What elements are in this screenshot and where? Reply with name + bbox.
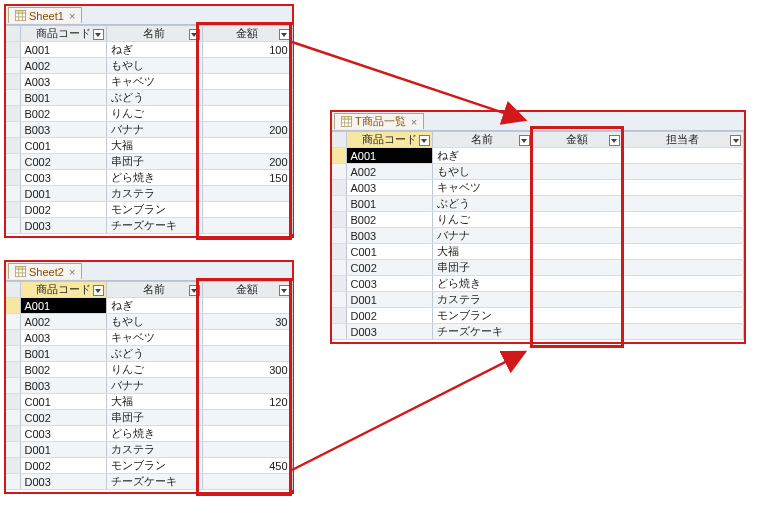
- cell-name[interactable]: カステラ: [106, 186, 202, 202]
- table-row[interactable]: D003チーズケーキ: [332, 324, 744, 340]
- table-row[interactable]: C001大福: [6, 138, 292, 154]
- cell-amount[interactable]: [202, 106, 292, 122]
- row-selector[interactable]: [332, 228, 346, 244]
- chevron-down-icon[interactable]: [93, 285, 104, 296]
- row-selector[interactable]: [6, 474, 20, 490]
- table-row[interactable]: B002りんご: [332, 212, 744, 228]
- row-selector[interactable]: [6, 186, 20, 202]
- table-row[interactable]: D002モンブラン450: [6, 458, 292, 474]
- table-row[interactable]: A003キャベツ: [332, 180, 744, 196]
- close-icon[interactable]: ×: [69, 10, 75, 22]
- cell-code[interactable]: D003: [346, 324, 432, 340]
- row-selector[interactable]: [6, 106, 20, 122]
- cell-rep[interactable]: [622, 260, 744, 276]
- cell-code[interactable]: D001: [20, 186, 106, 202]
- table-row[interactable]: B003バナナ: [6, 378, 292, 394]
- row-selector[interactable]: [6, 442, 20, 458]
- cell-amount[interactable]: [202, 378, 292, 394]
- chevron-down-icon[interactable]: [279, 285, 290, 296]
- cell-amount[interactable]: 200: [202, 122, 292, 138]
- table-row[interactable]: D001カステラ: [6, 442, 292, 458]
- table-row[interactable]: A003キャベツ: [6, 74, 292, 90]
- cell-rep[interactable]: [622, 276, 744, 292]
- row-selector[interactable]: [6, 154, 20, 170]
- close-icon[interactable]: ×: [69, 266, 75, 278]
- cell-rep[interactable]: [622, 228, 744, 244]
- table-row[interactable]: C003どら焼き: [332, 276, 744, 292]
- cell-code[interactable]: A002: [346, 164, 432, 180]
- cell-name[interactable]: カステラ: [432, 292, 532, 308]
- cell-name[interactable]: キャベツ: [106, 330, 202, 346]
- grid-target[interactable]: 商品コード 名前 金額 担当者 A001ねぎA002もやしA003キャベツB00…: [332, 131, 744, 340]
- cell-name[interactable]: 大福: [106, 394, 202, 410]
- cell-name[interactable]: もやし: [432, 164, 532, 180]
- table-row[interactable]: B001ぶどう: [6, 90, 292, 106]
- cell-rep[interactable]: [622, 180, 744, 196]
- cell-code[interactable]: A003: [346, 180, 432, 196]
- row-selector[interactable]: [6, 42, 20, 58]
- row-selector[interactable]: [6, 314, 20, 330]
- cell-amount[interactable]: [532, 244, 622, 260]
- cell-code[interactable]: B002: [20, 106, 106, 122]
- row-selector[interactable]: [6, 58, 20, 74]
- table-row[interactable]: B003バナナ: [332, 228, 744, 244]
- cell-code[interactable]: B002: [346, 212, 432, 228]
- cell-code[interactable]: A001: [346, 148, 432, 164]
- row-selector[interactable]: [6, 218, 20, 234]
- chevron-down-icon[interactable]: [609, 135, 620, 146]
- row-selector[interactable]: [332, 196, 346, 212]
- row-selector[interactable]: [6, 170, 20, 186]
- table-row[interactable]: A001ねぎ100: [6, 42, 292, 58]
- col-header-name[interactable]: 名前: [106, 26, 202, 42]
- cell-name[interactable]: ぶどう: [106, 346, 202, 362]
- chevron-down-icon[interactable]: [93, 29, 104, 40]
- cell-name[interactable]: 串団子: [432, 260, 532, 276]
- row-selector[interactable]: [6, 74, 20, 90]
- cell-code[interactable]: B001: [20, 346, 106, 362]
- cell-code[interactable]: C002: [346, 260, 432, 276]
- row-selector[interactable]: [6, 458, 20, 474]
- col-header-amount[interactable]: 金額: [202, 26, 292, 42]
- cell-code[interactable]: D001: [20, 442, 106, 458]
- grid-sheet2[interactable]: 商品コード 名前 金額 A001ねぎA002もやし30A003キャベツB001ぶ…: [6, 281, 293, 490]
- table-row[interactable]: A002もやし: [6, 58, 292, 74]
- row-selector-header[interactable]: [332, 132, 346, 148]
- cell-amount[interactable]: [532, 196, 622, 212]
- row-selector[interactable]: [332, 276, 346, 292]
- row-selector[interactable]: [332, 308, 346, 324]
- cell-name[interactable]: チーズケーキ: [106, 474, 202, 490]
- cell-name[interactable]: ぶどう: [432, 196, 532, 212]
- tab-sheet1[interactable]: Sheet1 ×: [8, 7, 82, 23]
- table-row[interactable]: C001大福120: [6, 394, 292, 410]
- table-row[interactable]: B003バナナ200: [6, 122, 292, 138]
- cell-amount[interactable]: [532, 292, 622, 308]
- cell-rep[interactable]: [622, 196, 744, 212]
- table-row[interactable]: D001カステラ: [332, 292, 744, 308]
- table-row[interactable]: A001ねぎ: [332, 148, 744, 164]
- cell-amount[interactable]: [532, 180, 622, 196]
- cell-code[interactable]: C003: [20, 170, 106, 186]
- cell-rep[interactable]: [622, 292, 744, 308]
- cell-code[interactable]: C002: [20, 410, 106, 426]
- table-row[interactable]: D002モンブラン: [332, 308, 744, 324]
- table-row[interactable]: D003チーズケーキ: [6, 474, 292, 490]
- cell-code[interactable]: C003: [20, 426, 106, 442]
- row-selector[interactable]: [6, 346, 20, 362]
- table-row[interactable]: A002もやし30: [6, 314, 292, 330]
- cell-name[interactable]: りんご: [106, 106, 202, 122]
- cell-name[interactable]: キャベツ: [432, 180, 532, 196]
- cell-code[interactable]: A003: [20, 74, 106, 90]
- row-selector[interactable]: [6, 330, 20, 346]
- table-row[interactable]: C002串団子: [6, 410, 292, 426]
- row-selector[interactable]: [332, 180, 346, 196]
- cell-amount[interactable]: [532, 324, 622, 340]
- cell-code[interactable]: A002: [20, 58, 106, 74]
- cell-amount[interactable]: [202, 426, 292, 442]
- cell-amount[interactable]: [532, 164, 622, 180]
- cell-rep[interactable]: [622, 164, 744, 180]
- row-selector[interactable]: [332, 324, 346, 340]
- cell-code[interactable]: C003: [346, 276, 432, 292]
- close-icon[interactable]: ×: [411, 116, 417, 128]
- cell-code[interactable]: B001: [20, 90, 106, 106]
- cell-name[interactable]: りんご: [106, 362, 202, 378]
